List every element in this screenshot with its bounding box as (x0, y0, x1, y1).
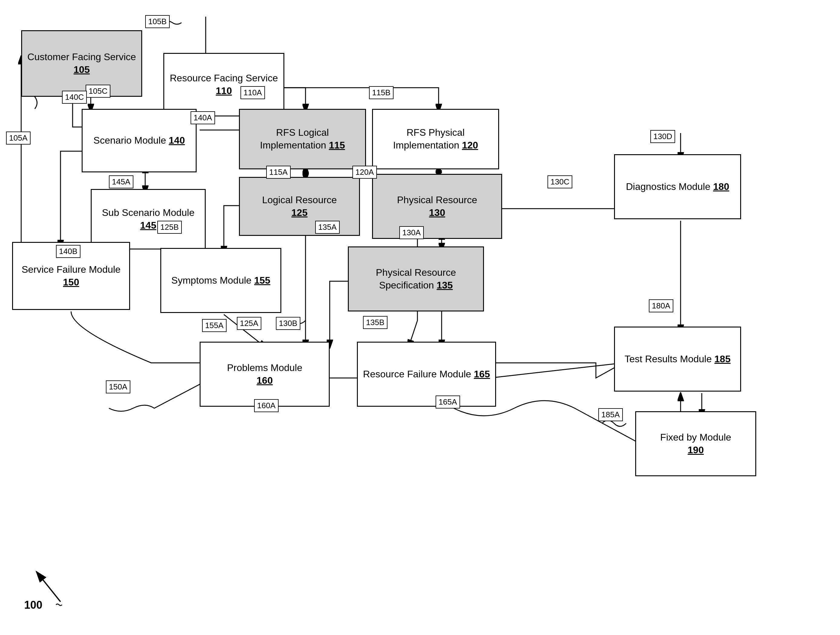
label-140C: 140C (62, 91, 87, 104)
ssm-label: Sub Scenario Module 145 (95, 206, 202, 232)
resource-facing-service-node: Resource Facing Service 110 (163, 53, 284, 117)
label-185A: 185A (598, 408, 623, 421)
diagram: Customer Facing Service 105 Resource Fac… (0, 0, 840, 635)
label-135A: 135A (315, 221, 340, 234)
problems-module-node: Problems Module160 (200, 342, 330, 407)
fbm-label: Fixed by Module190 (660, 431, 731, 456)
prs-label: Physical Resource Specification 135 (352, 266, 480, 292)
label-120A: 120A (352, 166, 377, 179)
rfs-logical-impl-node: RFS Logical Implementation 115 (239, 109, 366, 169)
customer-facing-service-node: Customer Facing Service 105 (21, 30, 142, 97)
fig-arrow (18, 563, 79, 608)
label-135B: 135B (363, 316, 387, 329)
sub-scenario-module-node: Sub Scenario Module 145 (91, 189, 206, 249)
svg-line-13 (490, 363, 623, 378)
cfs-label: Customer Facing Service 105 (25, 51, 138, 76)
label-140A: 140A (191, 111, 215, 124)
label-115B: 115B (369, 86, 393, 99)
physical-resource-node: Physical Resource130 (372, 174, 502, 239)
lr-label: Logical Resource125 (262, 194, 337, 219)
rfm-label: Resource Failure Module 165 (363, 368, 490, 381)
label-160A: 160A (254, 399, 279, 412)
symptoms-module-node: Symptoms Module 155 (160, 248, 281, 313)
logical-resource-node: Logical Resource125 (239, 177, 360, 236)
svg-line-17 (36, 572, 60, 602)
rfs-physical-impl-node: RFS Physical Implementation 120 (372, 109, 499, 169)
fixed-by-module-node: Fixed by Module190 (635, 411, 756, 476)
label-110A: 110A (240, 86, 265, 99)
label-150A: 150A (106, 380, 130, 393)
rfsli-label: RFS Logical Implementation 115 (243, 126, 362, 151)
label-140B: 140B (56, 245, 81, 258)
label-130A: 130A (399, 226, 424, 239)
physical-resource-spec-node: Physical Resource Specification 135 (348, 246, 484, 312)
rfspi-label: RFS Physical Implementation 120 (376, 126, 495, 151)
sfm-label: Service Failure Module 150 (16, 263, 126, 288)
label-125A: 125A (237, 317, 261, 330)
label-105C: 105C (85, 85, 111, 98)
label-105A: 105A (6, 132, 30, 145)
sm-label: Scenario Module 140 (93, 134, 185, 147)
label-130D: 130D (651, 130, 675, 143)
diagnostics-module-node: Diagnostics Module 180 (614, 154, 741, 219)
symp-label: Symptoms Module 155 (171, 274, 270, 287)
label-180A: 180A (649, 299, 673, 312)
label-115A: 115A (266, 166, 291, 179)
label-145A: 145A (109, 175, 133, 188)
label-105B: 105B (145, 15, 170, 28)
pr-label: Physical Resource130 (397, 194, 477, 219)
dm-label: Diagnostics Module 180 (626, 181, 729, 193)
pm-label: Problems Module160 (227, 362, 303, 387)
trm-label: Test Results Module 185 (625, 353, 731, 366)
label-165A: 165A (436, 395, 460, 408)
scenario-module-node: Scenario Module 140 (82, 109, 197, 172)
label-155A: 155A (202, 319, 227, 332)
label-125B: 125B (157, 221, 182, 234)
resource-failure-module-node: Resource Failure Module 165 (357, 342, 496, 407)
label-130B: 130B (276, 317, 300, 330)
test-results-module-node: Test Results Module 185 (614, 326, 741, 392)
label-130C: 130C (548, 175, 572, 188)
